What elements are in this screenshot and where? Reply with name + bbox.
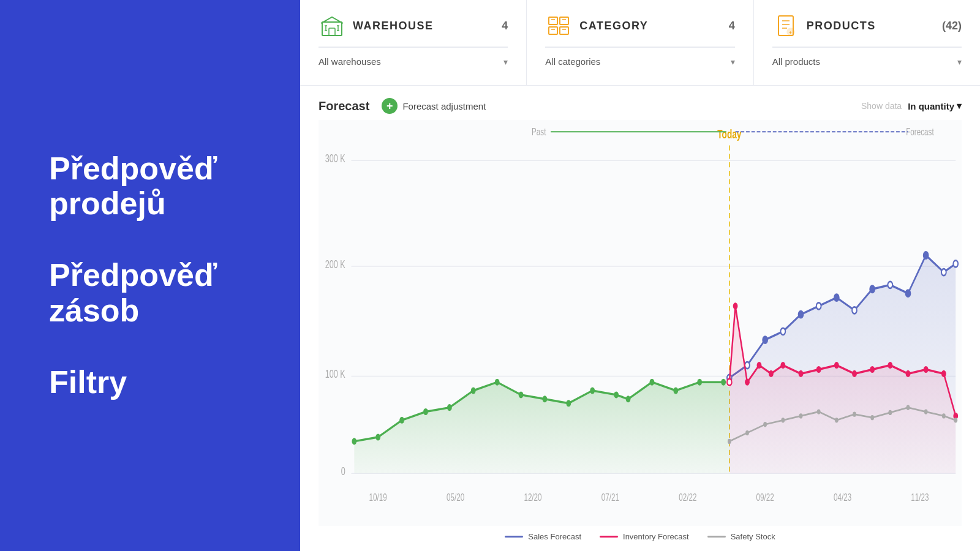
svg-point-81	[835, 418, 839, 422]
forecast-section: Forecast + Forecast adjustment Show data…	[300, 86, 980, 551]
svg-point-75	[728, 439, 731, 444]
sales-forecast-title: Předpověď prodejů	[49, 151, 251, 221]
category-count: 4	[729, 20, 735, 32]
svg-point-37	[590, 387, 595, 394]
svg-point-80	[817, 409, 821, 414]
svg-point-52	[852, 307, 857, 313]
svg-rect-0	[322, 22, 342, 36]
svg-point-65	[799, 370, 804, 377]
legend-safety-label: Safety Stock	[731, 532, 775, 541]
legend-sales-line	[505, 536, 523, 538]
svg-point-49	[799, 311, 804, 318]
warehouse-count: 4	[502, 20, 508, 32]
svg-point-54	[888, 282, 892, 288]
category-chevron-icon: ▾	[731, 57, 735, 67]
svg-point-41	[673, 387, 678, 394]
products-icon: +	[772, 12, 799, 39]
show-data-label: Show data	[861, 101, 902, 111]
svg-point-71	[906, 370, 911, 377]
x-label-8: 11/23	[911, 492, 929, 503]
svg-point-53	[870, 286, 875, 293]
inventory-forecast-title: Předpověď zásob	[49, 258, 251, 328]
in-quantity-button[interactable]: In quantity ▾	[908, 100, 962, 111]
y-label-300k: 300 K	[325, 152, 346, 165]
svg-text:+: +	[789, 30, 792, 36]
svg-point-57	[941, 269, 946, 276]
x-label-2: 05/20	[447, 492, 464, 503]
sidebar-nav-item-inventory[interactable]: Předpověď zásob	[49, 258, 251, 328]
svg-point-36	[566, 400, 571, 407]
plus-icon: +	[382, 98, 398, 114]
in-quantity-chevron-icon: ▾	[957, 100, 962, 111]
sidebar: Předpověď prodejů Předpověď zásob Filtry	[0, 0, 300, 551]
y-label-200k: 200 K	[325, 258, 346, 271]
svg-point-27	[352, 438, 356, 444]
filters-title: Filtry	[49, 365, 251, 400]
svg-point-50	[816, 302, 821, 309]
legend-safety-stock: Safety Stock	[707, 532, 775, 541]
products-chevron-icon: ▾	[957, 57, 962, 67]
forecast-chart: 300 K 200 K 100 K 0 10/19 05/20 12/20 07…	[318, 120, 962, 526]
category-icon	[545, 12, 572, 39]
filter-bar: WAREHOUSE 4 All warehouses ▾	[300, 0, 980, 86]
svg-point-47	[763, 337, 767, 343]
category-dropdown[interactable]: All categories ▾	[545, 56, 734, 67]
forecast-title: Forecast	[318, 99, 369, 113]
today-label: Today	[717, 128, 742, 141]
svg-point-55	[906, 290, 911, 297]
forecast-right-label: Forecast	[906, 126, 933, 138]
svg-point-62	[757, 362, 762, 369]
warehouse-filter: WAREHOUSE 4 All warehouses ▾	[300, 0, 527, 85]
products-filter: + PRODUCTS (42) All products ▾	[754, 0, 980, 85]
svg-point-33	[495, 379, 500, 386]
svg-point-56	[924, 252, 929, 258]
svg-point-43	[721, 379, 726, 386]
past-label: Past	[532, 126, 546, 138]
svg-point-76	[745, 430, 749, 435]
chart-container: 300 K 200 K 100 K 0 10/19 05/20 12/20 07…	[318, 120, 962, 526]
warehouse-chevron-icon: ▾	[503, 57, 508, 67]
sidebar-nav-item-sales[interactable]: Předpověď prodejů	[49, 151, 251, 221]
svg-point-86	[924, 409, 928, 414]
legend-inventory-label: Inventory Forecast	[623, 532, 689, 541]
x-label-6: 09/22	[756, 492, 774, 503]
legend-sales-label: Sales Forecast	[528, 532, 581, 541]
chart-legend: Sales Forecast Inventory Forecast Safety…	[318, 526, 962, 545]
warehouse-dropdown[interactable]: All warehouses ▾	[318, 56, 508, 67]
legend-sales-forecast: Sales Forecast	[505, 532, 581, 541]
svg-point-28	[375, 433, 380, 440]
svg-point-68	[852, 370, 857, 377]
svg-point-60	[733, 302, 738, 309]
legend-safety-line	[707, 536, 726, 538]
svg-point-51	[834, 294, 839, 301]
main-content: WAREHOUSE 4 All warehouses ▾	[300, 0, 980, 551]
x-label-7: 04/23	[834, 492, 851, 503]
x-label-3: 12/20	[524, 492, 541, 503]
svg-point-39	[626, 395, 631, 402]
svg-rect-1	[329, 28, 335, 36]
svg-point-40	[650, 379, 655, 386]
svg-rect-9	[560, 17, 568, 24]
products-dropdown[interactable]: All products ▾	[772, 56, 962, 67]
sidebar-nav-item-filters[interactable]: Filtry	[49, 365, 251, 400]
svg-rect-8	[549, 17, 557, 24]
svg-point-59	[727, 379, 732, 386]
svg-point-38	[614, 391, 619, 398]
forecast-adjustment-button[interactable]: + Forecast adjustment	[382, 98, 486, 114]
svg-point-61	[745, 379, 750, 386]
svg-point-66	[816, 366, 821, 373]
svg-point-87	[942, 413, 946, 418]
x-label-1: 10/19	[369, 492, 387, 503]
svg-point-35	[543, 395, 548, 402]
svg-point-31	[447, 404, 452, 411]
svg-point-69	[870, 366, 875, 373]
warehouse-label: WAREHOUSE	[353, 20, 434, 32]
svg-point-32	[471, 387, 476, 394]
svg-point-67	[834, 362, 839, 369]
warehouse-divider	[318, 47, 508, 48]
x-label-4: 07/21	[601, 492, 619, 503]
svg-point-77	[763, 422, 767, 427]
products-divider	[772, 47, 962, 48]
svg-point-34	[519, 391, 524, 398]
svg-point-78	[781, 418, 785, 422]
